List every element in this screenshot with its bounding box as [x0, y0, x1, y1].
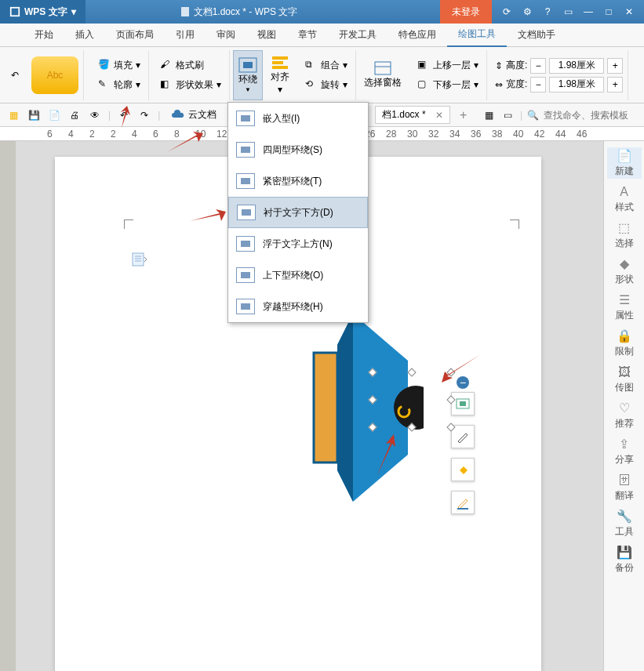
sidebar-icon: 🈂	[618, 473, 631, 488]
sidebar-5[interactable]: 🔒限制	[607, 328, 642, 359]
login-button[interactable]: 未登录	[440, 0, 492, 24]
svg-rect-9	[133, 253, 144, 266]
send-backward-button[interactable]: ▢下移一层 ▾	[414, 77, 482, 93]
wrap-option-3[interactable]: 衬于文字下方(D)	[228, 197, 368, 228]
tab-2[interactable]: 页面布局	[105, 24, 165, 47]
tab-9[interactable]: 绘图工具	[447, 24, 507, 47]
format-painter-button[interactable]: 🖌格式刷	[157, 57, 224, 74]
height-plus[interactable]: +	[607, 58, 623, 74]
tab-7[interactable]: 开发工具	[328, 24, 387, 47]
preview-icon[interactable]: 👁	[88, 108, 102, 122]
tab-0[interactable]: 开始	[24, 24, 64, 47]
wps-icon	[9, 6, 20, 17]
search-icon[interactable]: 🔍	[527, 110, 539, 121]
minimize-icon[interactable]: —	[581, 5, 595, 19]
doc-tab[interactable]: 档1.docx *✕	[375, 106, 449, 124]
sidebar-11[interactable]: 💾备份	[607, 544, 642, 575]
svg-rect-4	[272, 56, 288, 60]
cloud-doc-button[interactable]: 云文档	[166, 107, 221, 123]
wrap-dropdown: 嵌入型(I)四周型环绕(S)紧密型环绕(T)衬于文字下方(D)浮于文字上方(N)…	[227, 102, 369, 323]
grid-icon[interactable]: ▦	[482, 108, 497, 122]
width-minus[interactable]: −	[530, 77, 546, 92]
outline-button[interactable]: ✎轮廓 ▾	[95, 77, 144, 93]
sidebar-0[interactable]: 📄新建	[607, 147, 642, 179]
sidebar-icon: ⬚	[618, 220, 630, 235]
sync-icon[interactable]: ⟳	[500, 5, 514, 19]
wrap-option-4[interactable]: 浮于文字上方(N)	[228, 228, 368, 259]
view-icon[interactable]: ▭	[501, 108, 515, 122]
wrap-option-6[interactable]: 穿越型环绕(H)	[228, 291, 368, 322]
sidebar-3[interactable]: ◆形状	[607, 256, 642, 287]
wrap-button[interactable]: 环绕▼	[233, 50, 263, 100]
save-icon[interactable]: 💾	[27, 108, 41, 122]
svg-rect-3	[243, 62, 253, 68]
width-input[interactable]	[549, 77, 604, 92]
sidebar-icon: ⇪	[619, 437, 629, 452]
svg-rect-13	[314, 353, 337, 462]
width-plus[interactable]: +	[607, 77, 623, 92]
close-icon[interactable]: ✕	[622, 5, 636, 19]
shape-style-button[interactable]: Abc	[31, 56, 78, 94]
sidebar-9[interactable]: 🈂翻译	[607, 472, 642, 503]
sidebar-2[interactable]: ⬚选择	[607, 219, 642, 251]
brush-icon: 🖌	[160, 59, 173, 71]
open-icon[interactable]: 📄	[47, 108, 61, 122]
sidebar-6[interactable]: 🖼传图	[607, 364, 642, 395]
fill-option-button[interactable]	[451, 458, 475, 481]
outline-option-button[interactable]	[451, 491, 475, 514]
svg-rect-6	[272, 66, 288, 69]
new-icon[interactable]: ▦	[6, 108, 20, 122]
wrap-option-icon	[236, 142, 255, 158]
height-minus[interactable]: −	[530, 58, 546, 74]
tab-6[interactable]: 章节	[287, 24, 328, 47]
wrap-option-1[interactable]: 四周型环绕(S)	[228, 134, 368, 165]
maximize-icon[interactable]: □	[602, 5, 616, 19]
layout-option-button[interactable]	[451, 392, 475, 415]
pen-icon	[456, 495, 470, 510]
sidebar-10[interactable]: 🔧工具	[607, 508, 642, 539]
tab-8[interactable]: 特色应用	[387, 24, 447, 47]
close-tab-icon[interactable]: ✕	[435, 110, 443, 121]
wrap-option-2[interactable]: 紧密型环绕(T)	[228, 165, 368, 197]
doc-indicator-icon[interactable]	[132, 252, 149, 269]
height-input[interactable]	[549, 58, 604, 74]
bring-forward-button[interactable]: ▣上移一层 ▾	[414, 57, 482, 74]
rotate-handle-icon[interactable]	[396, 404, 412, 419]
search-input[interactable]	[544, 110, 638, 121]
doc-title: 文档1.docx * - WPS 文字	[180, 5, 298, 19]
tab-1[interactable]: 插入	[64, 24, 105, 47]
wrap-option-5[interactable]: 上下型环绕(O)	[228, 259, 368, 291]
tab-10[interactable]: 文档助手	[507, 24, 566, 47]
sidebar-7[interactable]: ♡推荐	[607, 400, 642, 431]
sidebar-4[interactable]: ☰属性	[607, 292, 642, 323]
inline-icon	[456, 398, 470, 409]
align-button[interactable]: 对齐 ▾	[266, 50, 294, 100]
tab-4[interactable]: 审阅	[206, 24, 246, 47]
sidebar-icon: 📄	[617, 148, 632, 163]
app-logo[interactable]: WPS 文字 ▾	[0, 0, 86, 24]
effect-icon: ◧	[160, 78, 173, 91]
fill-button[interactable]: 🪣填充 ▾	[95, 57, 144, 74]
settings-icon[interactable]: ⚙	[520, 5, 534, 19]
bucket-icon: 🪣	[98, 59, 111, 71]
tab-5[interactable]: 视图	[246, 24, 287, 47]
wrap-option-0[interactable]: 嵌入型(I)	[228, 103, 368, 134]
edit-option-button[interactable]	[451, 425, 475, 448]
tab-3[interactable]: 引用	[165, 24, 206, 47]
align-icon	[271, 55, 289, 71]
undo-button[interactable]: ↶	[11, 70, 19, 81]
group-button[interactable]: ⧉组合 ▾	[302, 57, 351, 74]
shape-effect-button[interactable]: ◧形状效果 ▾	[157, 77, 224, 93]
pane-icon	[373, 60, 392, 76]
help-icon[interactable]: ?	[540, 5, 555, 19]
svg-rect-18	[457, 508, 468, 510]
restore-icon[interactable]: ▭	[561, 5, 575, 19]
sidebar-1[interactable]: A样式	[607, 183, 642, 215]
collapse-button[interactable]: −	[457, 376, 469, 389]
rotate-button[interactable]: ⟲旋转 ▾	[302, 77, 351, 93]
doc-icon	[180, 6, 191, 17]
selection-pane-button[interactable]: 选择窗格	[359, 50, 406, 100]
sidebar-8[interactable]: ⇪分享	[607, 436, 642, 467]
print-icon[interactable]: 🖨	[67, 108, 82, 122]
add-tab-icon[interactable]: +	[457, 108, 471, 122]
